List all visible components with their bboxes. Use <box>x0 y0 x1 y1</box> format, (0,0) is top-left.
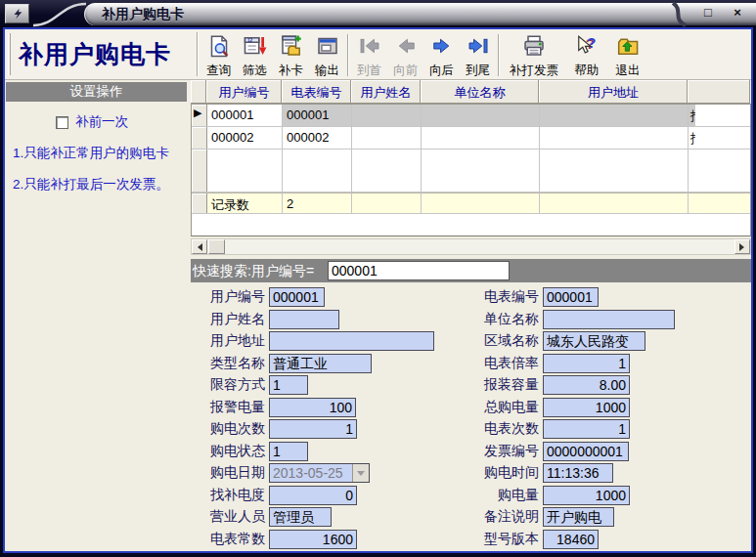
table-cell <box>422 193 540 213</box>
field-value-left-7[interactable]: 1 <box>269 419 357 439</box>
field-value-left-10[interactable]: 0 <box>269 486 357 505</box>
table-row-1[interactable]: ▶000001000001报 <box>192 105 750 127</box>
row-indicator-cell <box>192 150 207 192</box>
toolbar-button-first-arrow: 到首 <box>351 31 387 79</box>
field-value-left-12[interactable]: 1600 <box>269 530 357 549</box>
field-value-right-9[interactable]: 11:13:36 <box>543 463 613 483</box>
row-indicator-cell <box>192 193 207 213</box>
scroll-left-arrow-icon <box>194 243 202 251</box>
scrollbar-thumb[interactable] <box>208 239 225 254</box>
field-label-right-7: 电表次数 <box>480 420 543 438</box>
horizontal-scrollbar[interactable] <box>191 238 751 255</box>
quick-search-input[interactable] <box>328 261 510 280</box>
app-frame: 补用户购电卡 查询12筛选补卡输出到首向前向后到尾补打发票??帮助退出 设置操作… <box>3 27 753 553</box>
field-value-right-3[interactable]: 城东人民路变 <box>543 331 645 351</box>
field-value-left-1[interactable]: 000001 <box>269 287 325 307</box>
toolbar-button-label: 筛选 <box>243 63 267 79</box>
toolbar-button-output-window[interactable]: 输出 <box>309 31 345 79</box>
field-value-right-12[interactable]: 18460 <box>543 530 599 549</box>
field-label-left-7: 购电次数 <box>206 420 269 438</box>
field-value-right-10[interactable]: 1000 <box>543 486 630 505</box>
card-add-icon <box>280 34 303 62</box>
field-label-right-3: 区域名称 <box>480 332 543 350</box>
toolbar-button-label: 输出 <box>315 63 339 79</box>
table-cell <box>540 105 689 126</box>
quick-search-label: 快速搜索:用户编号= <box>193 263 314 280</box>
purchase-date-combo[interactable]: 2013-05-25 <box>269 463 370 483</box>
toolbar-button-search-document[interactable]: 查询 <box>200 31 237 79</box>
table-row-2[interactable]: 000002000002报 <box>192 127 750 150</box>
pre-last-time-checkbox[interactable]: 补前一次 <box>56 113 188 131</box>
scroll-right-button[interactable] <box>734 239 750 254</box>
field-value-right-11[interactable]: 开户购电 <box>543 507 614 527</box>
form-column-right: 电表编号000001单位名称区域名称城东人民路变电表倍率1报装容量8.00总购电… <box>480 287 675 551</box>
scroll-left-button[interactable] <box>192 239 207 254</box>
form-row: 型号版本18460 <box>480 530 675 549</box>
field-label-left-5: 限容方式 <box>206 376 269 394</box>
form-row: 购电次数1 <box>206 419 434 439</box>
field-label-right-1: 电表编号 <box>480 288 543 306</box>
toolbar-button-exit-folder[interactable]: 退出 <box>607 31 648 79</box>
app-window: 补用户购电卡 □ × 补用户购电卡 查询12筛选补卡输出到首向前向后到尾补打发票… <box>0 0 756 557</box>
field-value-right-2[interactable] <box>543 310 675 329</box>
form-row: 类型名称普通工业 <box>206 354 434 373</box>
form-row: 报装容量8.00 <box>480 375 675 395</box>
field-value-left-11[interactable]: 管理员 <box>269 507 332 527</box>
table-empty-area <box>192 150 750 193</box>
maximize-button[interactable]: □ <box>699 5 717 21</box>
search-document-icon <box>207 34 231 62</box>
sidebar: 设置操作 补前一次 1.只能补正常用户的购电卡 2.只能补打最后一次发票。 <box>5 80 188 551</box>
table-cell: 000001 <box>283 105 352 126</box>
row-indicator-cell <box>192 127 207 149</box>
field-value-left-4[interactable]: 普通工业 <box>269 354 372 373</box>
field-value-left-6[interactable]: 100 <box>269 398 356 417</box>
header-separator <box>197 32 199 76</box>
table-cell: 000002 <box>283 127 352 149</box>
field-label-right-4: 电表倍率 <box>480 355 543 372</box>
combo-dropdown-button[interactable] <box>352 464 369 482</box>
toolbar-button-calendar-filter[interactable]: 12筛选 <box>237 31 273 79</box>
toolbar-button-card-add[interactable]: 补卡 <box>273 31 309 79</box>
sidebar-header: 设置操作 <box>6 82 187 102</box>
field-value-left-8[interactable]: 1 <box>269 442 308 461</box>
page-title: 补用户购电卡 <box>13 29 195 79</box>
row-indicator-cell: ▶ <box>192 105 207 126</box>
toolbar-button-last-arrow[interactable]: 到尾 <box>460 31 496 79</box>
field-value-left-2[interactable] <box>269 310 339 329</box>
field-value-right-4[interactable]: 1 <box>543 354 630 373</box>
field-label-right-8: 发票编号 <box>480 443 543 460</box>
form-row: 报警电量100 <box>206 398 434 417</box>
toolbar-separator <box>498 34 500 76</box>
field-label-left-8: 购电状态 <box>206 443 269 460</box>
table-cell <box>352 150 422 192</box>
field-label-right-5: 报装容量 <box>480 376 543 394</box>
field-label-left-10: 找补电度 <box>206 487 269 504</box>
field-value-right-1[interactable]: 000001 <box>543 287 599 307</box>
detail-form: 用户编号000001用户姓名用户地址类型名称普通工业限容方式1报警电量100购电… <box>191 285 751 551</box>
toolbar-button-help-cursor[interactable]: ??帮助 <box>566 31 607 79</box>
table-cell <box>283 150 352 192</box>
field-value-right-5[interactable]: 8.00 <box>543 375 630 395</box>
clipped-overflow-cell: 报 <box>689 105 751 126</box>
next-arrow-icon <box>430 34 454 62</box>
table-cell <box>352 193 422 213</box>
form-row: 用户地址 <box>206 331 434 351</box>
quick-search-bar: 快速搜索:用户编号= <box>191 259 751 282</box>
toolbar-grip <box>8 33 11 75</box>
field-value-right-6[interactable]: 1000 <box>543 398 630 417</box>
form-row: 区域名称城东人民路变 <box>480 331 675 351</box>
toolbar-button-next-arrow[interactable]: 向后 <box>423 31 460 79</box>
table-cell <box>540 127 689 149</box>
checkbox-icon[interactable] <box>56 116 68 129</box>
field-value-right-8[interactable]: 0000000001 <box>543 442 629 461</box>
field-value-left-5[interactable]: 1 <box>269 375 308 395</box>
field-label-right-11: 备注说明 <box>480 508 543 526</box>
svg-text:12: 12 <box>246 38 252 43</box>
field-label-left-2: 用户姓名 <box>206 311 269 328</box>
field-value-right-7[interactable]: 1 <box>543 419 630 439</box>
close-button[interactable]: × <box>729 5 746 21</box>
toolbar-button-printer[interactable]: 补打发票 <box>502 31 566 79</box>
toolbar-button-label: 补卡 <box>279 63 303 79</box>
field-value-left-3[interactable] <box>269 331 434 351</box>
record-count-value: 2 <box>283 193 352 213</box>
